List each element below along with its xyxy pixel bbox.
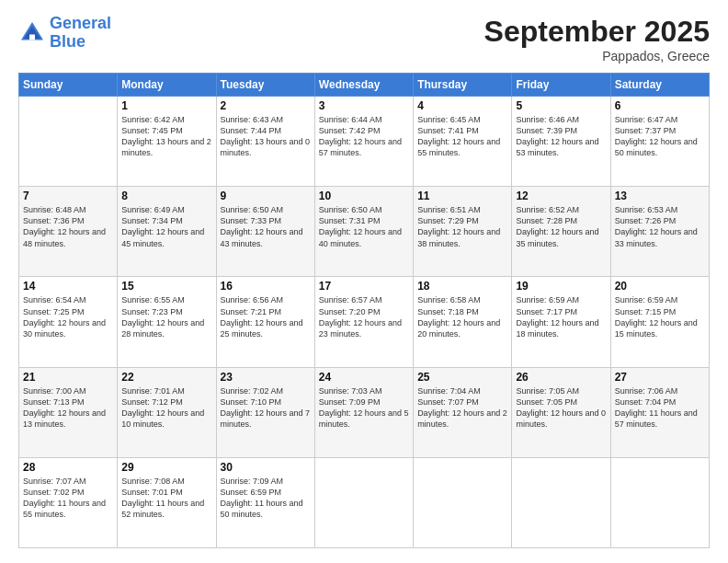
cell-day-number: 6 [615,99,705,112]
calendar-week-4: 21Sunrise: 7:00 AMSunset: 7:13 PMDayligh… [19,367,710,457]
calendar-cell-w1-d3: 3Sunrise: 6:44 AMSunset: 7:42 PMDaylight… [314,97,413,187]
cell-info: Sunrise: 6:58 AMSunset: 7:18 PMDaylight:… [417,294,507,339]
calendar-cell-w4-d0: 21Sunrise: 7:00 AMSunset: 7:13 PMDayligh… [19,367,118,457]
cell-info: Sunrise: 6:50 AMSunset: 7:31 PMDaylight:… [319,204,409,249]
cell-day-number: 3 [319,99,409,112]
cell-day-number: 25 [417,371,507,384]
cell-info: Sunrise: 6:52 AMSunset: 7:28 PMDaylight:… [516,204,606,249]
calendar-cell-w1-d4: 4Sunrise: 6:45 AMSunset: 7:41 PMDaylight… [414,97,512,187]
calendar-week-1: 1Sunrise: 6:42 AMSunset: 7:45 PMDaylight… [19,97,710,187]
calendar-table: Sunday Monday Tuesday Wednesday Thursday… [18,73,710,548]
calendar-cell-w1-d2: 2Sunrise: 6:43 AMSunset: 7:44 PMDaylight… [216,97,314,187]
cell-info: Sunrise: 6:43 AMSunset: 7:44 PMDaylight:… [221,114,311,159]
calendar-header-row: Sunday Monday Tuesday Wednesday Thursday… [19,74,710,97]
cell-day-number: 7 [23,190,113,202]
page: General Blue September 2025 Pappados, Gr… [0,0,728,563]
calendar-cell-w1-d1: 1Sunrise: 6:42 AMSunset: 7:45 PMDaylight… [118,97,216,187]
cell-info: Sunrise: 7:01 AMSunset: 7:12 PMDaylight:… [121,385,211,431]
cell-day-number: 19 [516,280,606,293]
calendar-cell-w5-d1: 29Sunrise: 7:08 AMSunset: 7:01 PMDayligh… [118,457,216,547]
col-tuesday: Tuesday [216,74,314,97]
calendar-cell-w2-d6: 13Sunrise: 6:53 AMSunset: 7:26 PMDayligh… [610,187,709,277]
cell-day-number: 29 [121,461,211,474]
cell-info: Sunrise: 6:56 AMSunset: 7:21 PMDaylight:… [221,294,311,339]
calendar-cell-w2-d4: 11Sunrise: 6:51 AMSunset: 7:29 PMDayligh… [414,187,512,277]
cell-day-number: 16 [221,280,311,293]
cell-day-number: 14 [23,280,113,293]
logo-line1: General [50,14,111,32]
cell-day-number: 23 [221,371,311,384]
calendar-cell-w4-d6: 27Sunrise: 7:06 AMSunset: 7:04 PMDayligh… [610,367,709,457]
cell-info: Sunrise: 6:53 AMSunset: 7:26 PMDaylight:… [615,204,705,249]
calendar-cell-w5-d6 [610,457,709,547]
calendar-cell-w5-d0: 28Sunrise: 7:07 AMSunset: 7:02 PMDayligh… [19,457,118,547]
cell-info: Sunrise: 6:48 AMSunset: 7:36 PMDaylight:… [23,204,113,249]
cell-info: Sunrise: 7:05 AMSunset: 7:05 PMDaylight:… [516,385,606,431]
cell-day-number: 8 [121,190,211,202]
calendar-cell-w4-d4: 25Sunrise: 7:04 AMSunset: 7:07 PMDayligh… [414,367,512,457]
cell-info: Sunrise: 7:09 AMSunset: 6:59 PMDaylight:… [221,476,311,521]
svg-rect-2 [29,34,35,40]
logo-line2: Blue [50,32,85,51]
col-wednesday: Wednesday [314,74,413,97]
col-monday: Monday [118,74,216,97]
calendar-cell-w4-d3: 24Sunrise: 7:03 AMSunset: 7:09 PMDayligh… [314,367,413,457]
cell-info: Sunrise: 6:59 AMSunset: 7:17 PMDaylight:… [516,294,606,339]
calendar-cell-w2-d3: 10Sunrise: 6:50 AMSunset: 7:31 PMDayligh… [314,187,413,277]
calendar-cell-w5-d5 [512,457,610,547]
calendar-cell-w3-d4: 18Sunrise: 6:58 AMSunset: 7:18 PMDayligh… [414,277,512,367]
cell-day-number: 30 [221,461,311,474]
col-sunday: Sunday [19,74,118,97]
cell-day-number: 17 [319,280,409,293]
cell-day-number: 5 [516,99,606,112]
title-block: September 2025 Pappados, Greece [484,15,710,63]
calendar-cell-w5-d3 [314,457,413,547]
cell-day-number: 28 [23,461,113,474]
calendar-week-2: 7Sunrise: 6:48 AMSunset: 7:36 PMDaylight… [19,187,710,277]
cell-day-number: 21 [23,371,113,384]
calendar-cell-w3-d6: 20Sunrise: 6:59 AMSunset: 7:15 PMDayligh… [610,277,709,367]
cell-info: Sunrise: 7:06 AMSunset: 7:04 PMDaylight:… [615,385,705,431]
cell-info: Sunrise: 7:03 AMSunset: 7:09 PMDaylight:… [319,385,409,431]
calendar-cell-w2-d0: 7Sunrise: 6:48 AMSunset: 7:36 PMDaylight… [19,187,118,277]
cell-info: Sunrise: 7:02 AMSunset: 7:10 PMDaylight:… [221,385,311,431]
cell-info: Sunrise: 7:07 AMSunset: 7:02 PMDaylight:… [23,476,113,521]
cell-info: Sunrise: 6:59 AMSunset: 7:15 PMDaylight:… [615,294,705,339]
calendar-cell-w2-d1: 8Sunrise: 6:49 AMSunset: 7:34 PMDaylight… [118,187,216,277]
cell-info: Sunrise: 6:47 AMSunset: 7:37 PMDaylight:… [615,114,705,159]
calendar-cell-w5-d4 [414,457,512,547]
calendar-week-3: 14Sunrise: 6:54 AMSunset: 7:25 PMDayligh… [19,277,710,367]
calendar-cell-w5-d2: 30Sunrise: 7:09 AMSunset: 6:59 PMDayligh… [216,457,314,547]
cell-day-number: 20 [615,280,705,293]
calendar-cell-w2-d2: 9Sunrise: 6:50 AMSunset: 7:33 PMDaylight… [216,187,314,277]
calendar-cell-w4-d2: 23Sunrise: 7:02 AMSunset: 7:10 PMDayligh… [216,367,314,457]
calendar-cell-w3-d0: 14Sunrise: 6:54 AMSunset: 7:25 PMDayligh… [19,277,118,367]
logo-icon [18,19,46,47]
cell-day-number: 11 [417,190,507,202]
calendar-cell-w4-d1: 22Sunrise: 7:01 AMSunset: 7:12 PMDayligh… [118,367,216,457]
cell-day-number: 26 [516,371,606,384]
cell-day-number: 4 [417,99,507,112]
cell-info: Sunrise: 6:44 AMSunset: 7:42 PMDaylight:… [319,114,409,159]
cell-info: Sunrise: 6:49 AMSunset: 7:34 PMDaylight:… [121,204,211,249]
cell-info: Sunrise: 6:55 AMSunset: 7:23 PMDaylight:… [121,294,211,339]
cell-day-number: 22 [121,371,211,384]
cell-info: Sunrise: 6:42 AMSunset: 7:45 PMDaylight:… [121,114,211,159]
logo: General Blue [18,15,111,52]
cell-day-number: 27 [615,371,705,384]
calendar-cell-w4-d5: 26Sunrise: 7:05 AMSunset: 7:05 PMDayligh… [512,367,610,457]
cell-info: Sunrise: 6:54 AMSunset: 7:25 PMDaylight:… [23,294,113,339]
logo-text: General Blue [50,15,111,52]
month-title: September 2025 [484,15,710,49]
calendar-cell-w1-d6: 6Sunrise: 6:47 AMSunset: 7:37 PMDaylight… [610,97,709,187]
cell-info: Sunrise: 6:50 AMSunset: 7:33 PMDaylight:… [221,204,311,249]
cell-day-number: 24 [319,371,409,384]
cell-info: Sunrise: 7:08 AMSunset: 7:01 PMDaylight:… [121,476,211,521]
header: General Blue September 2025 Pappados, Gr… [18,15,710,63]
calendar-cell-w2-d5: 12Sunrise: 6:52 AMSunset: 7:28 PMDayligh… [512,187,610,277]
calendar-cell-w3-d1: 15Sunrise: 6:55 AMSunset: 7:23 PMDayligh… [118,277,216,367]
cell-info: Sunrise: 6:45 AMSunset: 7:41 PMDaylight:… [417,114,507,159]
calendar-cell-w3-d2: 16Sunrise: 6:56 AMSunset: 7:21 PMDayligh… [216,277,314,367]
calendar-week-5: 28Sunrise: 7:07 AMSunset: 7:02 PMDayligh… [19,457,710,547]
calendar-cell-w3-d5: 19Sunrise: 6:59 AMSunset: 7:17 PMDayligh… [512,277,610,367]
